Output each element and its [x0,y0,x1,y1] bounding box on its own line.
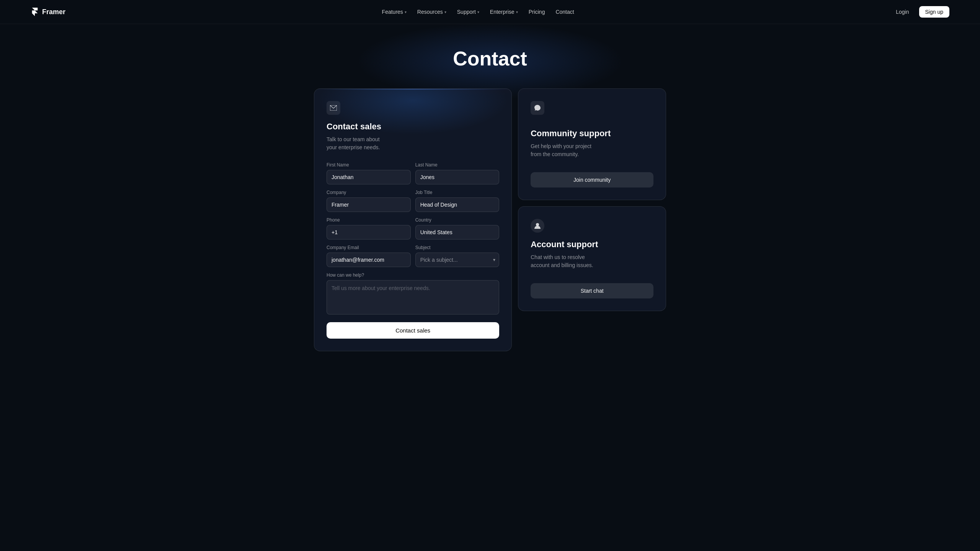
sales-card-title: Contact sales [327,122,499,132]
country-input[interactable] [415,225,500,240]
job-title-group: Job Title [415,190,500,212]
page-title: Contact [453,47,527,70]
cards-right-column: Community support Get help with your pro… [518,88,666,351]
svg-point-1 [536,223,539,226]
country-group: Country [415,217,500,240]
account-icon [531,219,544,233]
contact-sales-button[interactable]: Contact sales [327,322,499,339]
last-name-label: Last Name [415,162,500,168]
chat-bubble-icon [531,101,544,115]
job-title-input[interactable] [415,197,500,212]
help-group: How can we help? [327,272,499,316]
community-support-card: Community support Get help with your pro… [518,88,666,200]
community-card-title: Community support [531,129,653,139]
phone-group: Phone [327,217,411,240]
community-card-body: Community support Get help with your pro… [531,122,653,172]
last-name-input[interactable] [415,170,500,184]
main-content: Contact Contact sales Talk to our team a… [0,24,980,382]
email-subject-row: Company Email Subject Pick a subject... … [327,245,499,267]
subject-group: Subject Pick a subject... General Inquir… [415,245,500,267]
nav-pricing[interactable]: Pricing [524,6,550,18]
account-card-desc: Chat with us to resolve account and bill… [531,253,653,269]
phone-row: Phone Country [327,217,499,240]
email-group: Company Email [327,245,411,267]
nav-actions: Login Sign up [890,6,949,18]
nav-features[interactable]: Features ▾ [377,6,411,18]
subject-select-wrapper: Pick a subject... General Inquiry Billin… [415,253,500,267]
phone-input[interactable] [327,225,411,240]
chevron-down-icon: ▾ [444,10,446,14]
start-chat-button[interactable]: Start chat [531,283,653,298]
framer-logo-icon [31,8,39,16]
phone-label: Phone [327,217,411,223]
name-row: First Name Last Name [327,162,499,184]
nav-enterprise[interactable]: Enterprise ▾ [485,6,523,18]
logo-text: Framer [42,8,65,16]
subject-select[interactable]: Pick a subject... General Inquiry Billin… [415,253,500,267]
mail-icon [327,101,340,115]
community-card-desc: Get help with your project from the comm… [531,142,653,158]
navbar: Framer Features ▾ Resources ▾ Support ▾ … [0,0,980,24]
help-textarea[interactable] [327,280,499,315]
first-name-label: First Name [327,162,411,168]
company-input[interactable] [327,197,411,212]
chevron-down-icon: ▾ [516,10,518,14]
first-name-group: First Name [327,162,411,184]
help-label: How can we help? [327,272,499,278]
chevron-down-icon: ▾ [405,10,407,14]
subject-label: Subject [415,245,500,250]
account-support-card: Account support Chat with us to resolve … [518,206,666,311]
nav-contact[interactable]: Contact [551,6,578,18]
nav-support[interactable]: Support ▾ [452,6,484,18]
nav-resources[interactable]: Resources ▾ [413,6,451,18]
job-title-label: Job Title [415,190,500,195]
sales-card-desc: Talk to our team about your enterprise n… [327,135,499,152]
account-card-title: Account support [531,240,653,249]
email-label: Company Email [327,245,411,250]
company-group: Company [327,190,411,212]
cards-container: Contact sales Talk to our team about you… [314,88,666,351]
join-community-button[interactable]: Join community [531,172,653,187]
signup-button[interactable]: Sign up [919,6,949,18]
contact-sales-card: Contact sales Talk to our team about you… [314,88,512,351]
nav-links: Features ▾ Resources ▾ Support ▾ Enterpr… [377,6,579,18]
email-input[interactable] [327,253,411,267]
account-card-body: Account support Chat with us to resolve … [531,233,653,283]
chevron-down-icon: ▾ [477,10,479,14]
login-button[interactable]: Login [890,6,914,18]
company-row: Company Job Title [327,190,499,212]
company-label: Company [327,190,411,195]
country-label: Country [415,217,500,223]
first-name-input[interactable] [327,170,411,184]
logo[interactable]: Framer [31,8,65,16]
last-name-group: Last Name [415,162,500,184]
